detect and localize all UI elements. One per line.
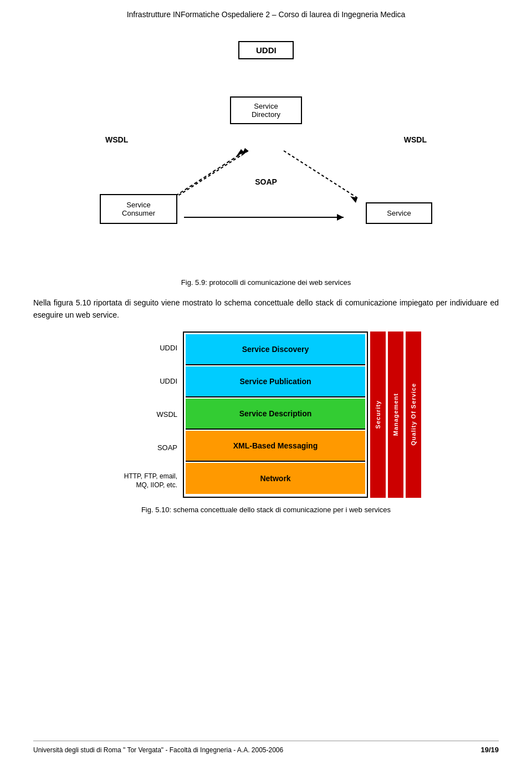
service-directory-box: ServiceDirectory — [230, 96, 302, 124]
service-consumer-label: ServiceConsumer — [122, 201, 155, 217]
stack-cell-1-text: Service Publication — [239, 377, 311, 386]
vbar-management-text: Management — [392, 393, 399, 436]
service-consumer-box: ServiceConsumer — [100, 194, 177, 224]
svg-line-4 — [284, 151, 357, 198]
header-title: Infrastrutture INFormatiche Ospedaliere … — [127, 10, 406, 19]
vbar-security-text: Security — [375, 400, 381, 429]
svg-line-0 — [166, 152, 244, 202]
service-label: Service — [387, 209, 411, 217]
vbar-quality-text: Quality Of Service — [410, 383, 417, 446]
stack-cell-0: Service Discovery — [186, 334, 365, 365]
stack-cells: Service Discovery Service Publication Se… — [183, 332, 368, 498]
stack-cell-1: Service Publication — [186, 366, 365, 397]
text-paragraph: Nella figura 5.10 riportata di seguito v… — [33, 297, 499, 322]
vbar-quality: Quality Of Service — [406, 332, 421, 498]
page-header: Infrastrutture INFormatiche Ospedaliere … — [0, 0, 532, 24]
stack-cell-0-text: Service Discovery — [242, 345, 309, 354]
stack-label-4: HTTP, FTP, email,MQ, IIOP, etc. — [111, 465, 183, 498]
service-box: Service — [366, 202, 432, 224]
svg-marker-7 — [337, 214, 344, 221]
diagram1-arrows — [72, 41, 460, 274]
stack-cell-3: XML-Based Messaging — [186, 431, 365, 462]
wsdl-left-label: WSDL — [105, 135, 128, 144]
soap-label: SOAP — [255, 177, 277, 186]
stack-label-1: UDDI — [111, 365, 183, 398]
fig1-caption: Fig. 5.9: protocolli di comunicazione de… — [33, 278, 499, 287]
stack-cell-3-text: XML-Based Messaging — [233, 441, 318, 450]
svg-line-2 — [175, 151, 248, 198]
vbar-management: Management — [388, 332, 403, 498]
wsdl-right-label: WSDL — [404, 135, 427, 144]
service-directory-label: ServiceDirectory — [252, 102, 280, 119]
page-footer: Università degli studi di Roma " Tor Ver… — [33, 741, 499, 754]
diagram2: UDDI UDDI WSDL SOAP HTTP, FTP, email,MQ,… — [111, 332, 421, 514]
fig2-caption: Fig. 5.10: schema concettuale dello stac… — [111, 506, 421, 514]
stack-label-0: UDDI — [111, 332, 183, 365]
stack-label-3: SOAP — [111, 431, 183, 465]
svg-marker-1 — [236, 149, 244, 157]
stack-label-2: WSDL — [111, 398, 183, 431]
stack-outer: UDDI UDDI WSDL SOAP HTTP, FTP, email,MQ,… — [111, 332, 421, 498]
stack-right-bars: Security Management Quality Of Service — [370, 332, 421, 498]
stack-cell-2-text: Service Description — [239, 409, 312, 418]
page-number: 19/19 — [480, 746, 499, 754]
vbar-security: Security — [370, 332, 386, 498]
diagram1: UDDI ServiceDirectory WSDL WSDL SOAP Ser… — [72, 41, 460, 274]
uddi-box: UDDI — [238, 41, 294, 59]
stack-cell-4: Network — [186, 463, 365, 494]
svg-marker-3 — [241, 148, 248, 156]
stack-cell-4-text: Network — [260, 474, 290, 483]
footer-text: Università degli studi di Roma " Tor Ver… — [33, 746, 283, 754]
svg-marker-5 — [350, 196, 357, 203]
stack-cell-2: Service Description — [186, 399, 365, 430]
stack-left-labels: UDDI UDDI WSDL SOAP HTTP, FTP, email,MQ,… — [111, 332, 183, 498]
uddi-label: UDDI — [256, 45, 277, 55]
